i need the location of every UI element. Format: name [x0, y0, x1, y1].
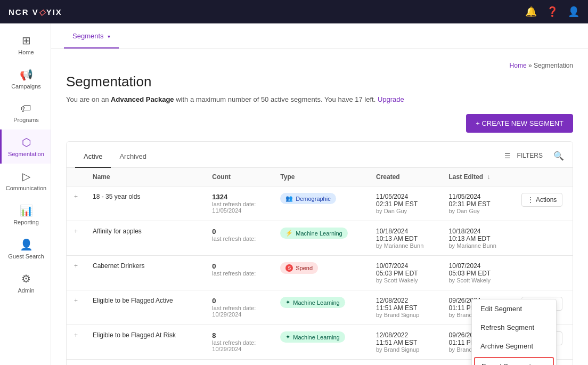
- name-cell: Cabernet Drinkers: [85, 256, 205, 290]
- count-value: 0: [212, 228, 265, 236]
- type-cell: ✦ Machine Learning: [273, 360, 369, 366]
- created-by: by Brand Signup: [376, 346, 434, 353]
- campaigns-icon: 📢: [20, 68, 33, 81]
- created-cell: 11/05/202402:31 PM EST by Dan Guy: [369, 186, 441, 221]
- table-row: + Affinity for apples 0 last refresh dat…: [67, 221, 573, 256]
- ml-icon: ✦: [285, 334, 290, 340]
- sidebar-item-reporting-label: Reporting: [13, 219, 39, 225]
- col-last-edited[interactable]: Last Edited ↓: [441, 168, 514, 186]
- tab-active[interactable]: Active: [75, 148, 111, 168]
- last-edited-cell: 10/07/202405:03 PM EDT by Scott Wakely: [441, 256, 514, 290]
- sidebar-item-campaigns[interactable]: 📢 Campaigns: [0, 62, 51, 96]
- created-date: 10/18/202410:13 AM EDT: [376, 228, 434, 242]
- sidebar-item-guest-search[interactable]: 👤 Guest Search: [0, 232, 51, 266]
- breadcrumb-row: Home » Segmentation: [66, 62, 573, 69]
- expand-button[interactable]: +: [74, 297, 78, 304]
- type-badge-demographic: 👥 Demographic: [280, 193, 336, 204]
- programs-icon: 🏷: [21, 102, 31, 115]
- tab-archived[interactable]: Archived: [111, 148, 155, 168]
- search-icon[interactable]: 🔍: [553, 151, 564, 161]
- sidebar-item-reporting[interactable]: 📊 Reporting: [0, 198, 51, 232]
- sidebar-item-communication[interactable]: ▷ Communication: [0, 164, 51, 198]
- refresh-date: last refresh date:: [212, 236, 265, 242]
- segmentation-icon: ⬡: [22, 136, 31, 149]
- type-cell: ✦ Machine Learning: [273, 290, 369, 325]
- created-date: 11/05/202402:31 PM EST: [376, 193, 434, 208]
- sidebar-item-segmentation[interactable]: ⬡ Segmentation: [0, 129, 51, 164]
- sub-nav-tab-segments[interactable]: Segments ▾: [64, 25, 119, 48]
- created-date: 12/08/202211:51 AM EST: [376, 297, 434, 312]
- create-segment-button[interactable]: + CREATE NEW SEGMENT: [466, 114, 573, 133]
- reporting-icon: 📊: [20, 204, 33, 217]
- breadcrumb-separator: »: [528, 62, 532, 69]
- actions-cell: ⋮ Actions: [514, 186, 573, 221]
- segment-name: 18 - 35 year olds: [93, 193, 140, 200]
- tabs-row: Active Archived ☰ FILTERS 🔍: [67, 142, 573, 168]
- type-cell: ✦ Machine Learning: [273, 325, 369, 360]
- col-name: Name: [85, 168, 205, 186]
- table-tabs: Active Archived: [75, 148, 155, 167]
- breadcrumb-current: Segmentation: [534, 62, 573, 69]
- refresh-date: last refresh date:: [212, 270, 265, 277]
- filters-label: FILTERS: [517, 152, 543, 159]
- upgrade-link[interactable]: Upgrade: [378, 95, 404, 103]
- top-nav: NCR V◇YIX 🔔 ❓ 👤: [0, 0, 588, 23]
- expand-button[interactable]: +: [74, 228, 78, 235]
- expand-cell: +: [67, 360, 85, 366]
- type-badge-spend: S Spend: [280, 262, 318, 274]
- count-value: 1324: [212, 193, 265, 201]
- created-cell: 12/08/202211:51 AM EST by Brand Signup: [369, 325, 441, 360]
- ml-icon: ✦: [285, 299, 290, 306]
- actions-dots-icon: ⋮: [527, 196, 534, 204]
- col-count: Count: [205, 168, 273, 186]
- home-icon: ⊞: [22, 34, 31, 47]
- expand-button[interactable]: +: [74, 331, 78, 339]
- dropdown-refresh-segment[interactable]: Refresh Segment: [472, 318, 556, 337]
- user-button[interactable]: 👤: [568, 6, 579, 18]
- segments-table-container: Active Archived ☰ FILTERS 🔍 Name: [66, 141, 573, 365]
- info-text: You are on an: [66, 95, 111, 103]
- count-value: 8: [212, 331, 265, 339]
- dropdown-edit-segment[interactable]: Edit Segment: [472, 299, 556, 318]
- expand-button[interactable]: +: [74, 262, 78, 270]
- col-actions: [514, 168, 573, 186]
- table-header: Name Count Type Created Last Edited ↓: [67, 168, 573, 186]
- created-by: by Marianne Bunn: [376, 242, 434, 249]
- page-content: Home » Segmentation Segmentation You are…: [51, 49, 588, 365]
- sidebar-item-admin[interactable]: ⚙ Admin: [0, 266, 51, 300]
- type-cell: S Spend: [273, 256, 369, 290]
- name-cell: Eligible to be Flagged Churned: [85, 360, 205, 366]
- refresh-date: last refresh date:11/05/2024: [212, 201, 265, 214]
- filter-icon: ☰: [504, 152, 511, 160]
- chevron-down-icon: ▾: [108, 34, 110, 39]
- last-edited-cell: 10/18/202410:13 AM EDT by Marianne Bunn: [441, 221, 514, 256]
- count-cell: 0 last refresh date:10/29/2024: [205, 290, 273, 325]
- sidebar-item-programs[interactable]: 🏷 Programs: [0, 96, 51, 129]
- segment-name: Cabernet Drinkers: [93, 262, 144, 270]
- sidebar: ⊞ Home 📢 Campaigns 🏷 Programs ⬡ Segmenta…: [0, 23, 51, 365]
- created-by: by Brand Signup: [376, 312, 434, 318]
- sidebar-item-home[interactable]: ⊞ Home: [0, 28, 51, 62]
- segment-name: Eligible to be Flagged Active: [93, 297, 173, 304]
- admin-icon: ⚙: [21, 272, 31, 285]
- type-cell: ⚡ Machine Learning: [273, 221, 369, 256]
- col-expand: [67, 168, 85, 186]
- expand-button[interactable]: +: [74, 193, 78, 200]
- expand-cell: +: [67, 256, 85, 290]
- breadcrumb-home-link[interactable]: Home: [510, 62, 527, 69]
- dropdown-export-segment[interactable]: Export Segment: [474, 357, 554, 365]
- notifications-button[interactable]: 🔔: [525, 6, 537, 18]
- help-button[interactable]: ❓: [546, 6, 558, 18]
- main-content: Segments ▾ Home » Segmentation Segmentat…: [51, 23, 588, 365]
- table-filters[interactable]: ☰ FILTERS 🔍: [504, 151, 564, 165]
- last-edited-date: 11/05/202402:31 PM EST: [448, 193, 507, 208]
- actions-button[interactable]: ⋮ Actions: [521, 193, 562, 207]
- count-value: 0: [212, 297, 265, 305]
- logo: NCR V◇YIX: [9, 6, 62, 18]
- name-cell: Affinity for apples: [85, 221, 205, 256]
- table-row: + 18 - 35 year olds 1324 last refresh da…: [67, 186, 573, 221]
- count-cell: 1 last refresh date:10/29/2024: [205, 360, 273, 366]
- name-cell: Eligible to be Flagged Active: [85, 290, 205, 325]
- expand-cell: +: [67, 290, 85, 325]
- dropdown-archive-segment[interactable]: Archive Segment: [472, 337, 556, 355]
